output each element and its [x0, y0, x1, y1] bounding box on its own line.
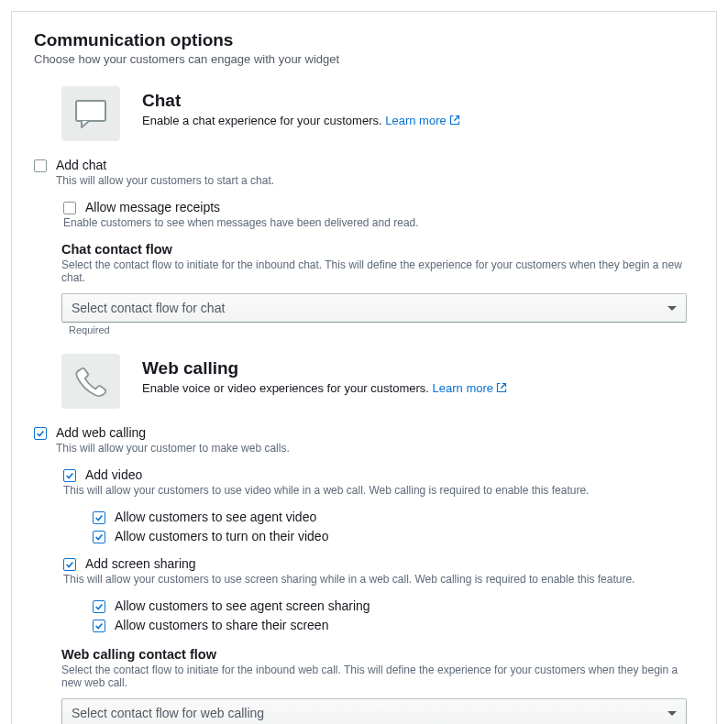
phone-icon	[61, 354, 120, 409]
see-agent-screen-checkbox[interactable]	[93, 600, 105, 613]
add-video-row: Add video	[63, 467, 694, 482]
chat-description: Enable a chat experience for your custom…	[142, 114, 460, 128]
allow-receipts-row: Allow message receipts	[63, 200, 694, 214]
chat-title: Chat	[142, 91, 460, 111]
panel-title: Communication options	[34, 30, 694, 50]
add-chat-label[interactable]: Add chat	[56, 158, 106, 172]
chat-flow-label: Chat contact flow	[61, 242, 694, 257]
add-video-hint: This will allow your customers to use vi…	[63, 484, 694, 497]
add-video-checkbox[interactable]	[63, 469, 76, 482]
web-learn-more-link[interactable]: Learn more	[433, 381, 507, 395]
add-chat-hint: This will allow your customers to start …	[56, 174, 694, 187]
web-flow-placeholder: Select contact flow for web calling	[72, 706, 264, 720]
allow-receipts-hint: Enable customers to see when messages ha…	[63, 216, 694, 229]
turn-on-video-checkbox[interactable]	[93, 531, 105, 543]
add-screen-row: Add screen sharing	[63, 556, 694, 571]
web-flow-label: Web calling contact flow	[61, 647, 694, 662]
allow-receipts-label[interactable]: Allow message receipts	[85, 200, 220, 214]
add-video-label[interactable]: Add video	[85, 467, 142, 482]
add-web-calling-label[interactable]: Add web calling	[56, 425, 146, 440]
add-chat-checkbox[interactable]	[34, 159, 47, 172]
chat-flow-placeholder: Select contact flow for chat	[72, 301, 225, 315]
chat-learn-more-link[interactable]: Learn more	[385, 114, 459, 127]
web-calling-header: Web calling Enable voice or video experi…	[61, 354, 694, 409]
communication-options-panel: Communication options Choose how your cu…	[11, 11, 717, 724]
chat-flow-select[interactable]: Select contact flow for chat	[61, 293, 687, 323]
see-agent-screen-row: Allow customers to see agent screen shar…	[93, 598, 694, 613]
allow-receipts-checkbox[interactable]	[63, 202, 76, 214]
chevron-down-icon	[667, 711, 677, 716]
external-link-icon	[449, 115, 460, 128]
see-agent-video-checkbox[interactable]	[93, 511, 105, 524]
web-calling-description: Enable voice or video experiences for yo…	[142, 381, 507, 396]
share-screen-label[interactable]: Allow customers to share their screen	[115, 618, 328, 632]
share-screen-checkbox[interactable]	[93, 620, 105, 632]
external-link-icon	[496, 382, 507, 396]
see-agent-video-row: Allow customers to see agent video	[93, 510, 694, 524]
chevron-down-icon	[667, 306, 677, 311]
see-agent-screen-label[interactable]: Allow customers to see agent screen shar…	[115, 598, 370, 613]
add-web-calling-hint: This will allow your customer to make we…	[56, 442, 694, 455]
chat-header: Chat Enable a chat experience for your c…	[61, 86, 694, 141]
web-flow-hint: Select the contact flow to initiate for …	[61, 664, 694, 689]
add-screen-hint: This will allow your customers to use sc…	[63, 573, 694, 586]
add-web-calling-row: Add web calling	[34, 425, 694, 440]
share-screen-row: Allow customers to share their screen	[93, 618, 694, 632]
add-screen-label[interactable]: Add screen sharing	[85, 556, 196, 571]
panel-subtitle: Choose how your customers can engage wit…	[34, 52, 694, 66]
turn-on-video-label[interactable]: Allow customers to turn on their video	[115, 529, 328, 543]
web-flow-select[interactable]: Select contact flow for web calling	[61, 698, 687, 724]
chat-icon	[61, 86, 120, 141]
add-chat-row: Add chat	[34, 158, 694, 172]
chat-flow-hint: Select the contact flow to initiate for …	[61, 258, 694, 284]
see-agent-video-label[interactable]: Allow customers to see agent video	[115, 510, 316, 524]
turn-on-video-row: Allow customers to turn on their video	[93, 529, 694, 543]
chat-flow-required: Required	[69, 324, 694, 335]
add-screen-checkbox[interactable]	[63, 558, 76, 571]
add-web-calling-checkbox[interactable]	[34, 427, 47, 440]
web-calling-title: Web calling	[142, 358, 507, 378]
svg-rect-0	[76, 101, 105, 121]
